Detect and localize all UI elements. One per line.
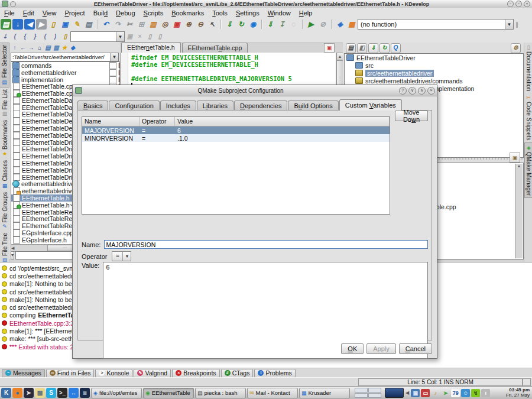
kdevelop-window-icon[interactable] <box>2 1 8 7</box>
tab-valgrind[interactable]: ✎ Valgrind <box>134 369 171 378</box>
menu-view[interactable]: View <box>38 9 61 17</box>
tool-tab-documentation[interactable]: ▯ Documentation <box>524 43 532 93</box>
close-button[interactable]: × <box>427 87 435 95</box>
home-icon[interactable]: ⌂ <box>35 44 44 52</box>
find-icon[interactable]: ◎ <box>160 19 170 30</box>
task-bash[interactable]: ▤ piecka : bash <box>195 388 246 398</box>
dialog-tab-basics[interactable]: Basics <box>77 100 108 111</box>
menu-project[interactable]: Project <box>60 9 89 17</box>
save-icon[interactable]: ▣ <box>60 19 70 30</box>
editor-tab-cpp[interactable]: EEthernetTable.cpp <box>182 43 248 53</box>
run-qmake-icon[interactable]: Q <box>391 43 401 53</box>
menu-tools[interactable]: Tools <box>208 9 232 17</box>
redo-icon[interactable]: ↷ <box>112 19 123 30</box>
display-tray-icon[interactable]: ▣ <box>411 389 420 397</box>
configure-wrench-icon[interactable]: ⚙ <box>511 43 521 53</box>
back-document-icon[interactable]: ▯ <box>145 33 154 41</box>
sync-folder-icon[interactable]: ◆ <box>69 44 77 52</box>
window-menu-icon[interactable] <box>10 1 16 7</box>
function-combo[interactable]: (no function) ▼ <box>358 19 514 30</box>
shade-button[interactable]: ∨ <box>408 87 416 95</box>
kmenu-icon[interactable]: K <box>1 388 11 398</box>
abort-icon[interactable]: ⊘ <box>317 19 328 30</box>
task-krusader[interactable]: ▦ Krusader <box>299 388 350 398</box>
forward-icon[interactable]: → <box>27 44 35 52</box>
desktop-preview[interactable] <box>385 388 404 398</box>
path-combo[interactable]: :TableDriver/src/eethernettabledriver/ ▼ <box>11 53 119 61</box>
terminal-icon[interactable]: >_ <box>57 388 67 398</box>
remote-desktop-icon[interactable]: ➤ <box>24 388 34 398</box>
volume-tray-icon[interactable]: ♪ <box>431 389 440 397</box>
stop-icon[interactable]: ◌ <box>288 19 299 30</box>
close-button[interactable]: × <box>524 1 530 7</box>
forward-icon[interactable]: ▶ <box>36 19 47 30</box>
session-combo[interactable]: ▼ <box>70 31 125 42</box>
show-desktop-icon[interactable]: ◀ <box>406 390 409 395</box>
help-button[interactable]: ? <box>399 87 407 95</box>
maximize-button[interactable]: ∧ <box>418 87 426 95</box>
tool-tab-file-selector[interactable]: File Selector ▤ <box>0 43 9 87</box>
maximize-button[interactable]: ▫ <box>515 1 522 7</box>
chevron-down-icon[interactable]: ▼ <box>116 32 124 41</box>
menu-bookmarks[interactable]: Bookmarks <box>167 9 208 17</box>
image-viewer-icon[interactable]: ▨ <box>35 388 45 398</box>
tool-tab-qmake-manager[interactable]: ◈ QMake Manager <box>524 142 532 198</box>
short-view-icon[interactable]: ▤ <box>44 44 52 52</box>
gimp-icon[interactable]: ◙ <box>80 388 90 398</box>
indent-icon[interactable]: ⇣ <box>1 33 9 41</box>
apply-button[interactable]: Apply <box>366 343 396 354</box>
file-item[interactable]: commands <box>11 62 108 69</box>
chevron-down-icon[interactable]: ▼ <box>110 53 118 61</box>
tab-breakpoints[interactable]: × Breakpoints <box>172 369 219 378</box>
chevron-down-icon[interactable]: ▼ <box>505 20 513 29</box>
file-item[interactable]: EInl <box>108 69 119 76</box>
copy-icon[interactable]: ⊞ <box>136 19 147 30</box>
firefox-icon[interactable]: ● <box>12 388 22 398</box>
download-icon[interactable]: ↓ <box>12 19 23 30</box>
back-icon[interactable]: ← <box>19 44 27 52</box>
file-item[interactable]: implementation <box>11 76 108 83</box>
dialog-tab-custom-variables[interactable]: Custom Variables <box>339 99 402 111</box>
tab-problems[interactable]: i Problems <box>254 369 295 378</box>
build-target-icon[interactable]: ⇓ <box>265 19 275 30</box>
quick-open-icon[interactable]: ▦ <box>346 19 357 30</box>
pager-cell[interactable] <box>368 393 381 398</box>
menu-build[interactable]: Build <box>89 9 112 17</box>
shade-button[interactable]: − <box>507 1 514 7</box>
tool-tab-bookmarks[interactable]: Bookmarks ★ <box>0 118 9 158</box>
tool-tab-classes[interactable]: Classes ▦ <box>0 158 9 190</box>
dialog-tab-dependencies[interactable]: Dependencies <box>234 100 287 111</box>
back-icon[interactable]: ◀ <box>24 19 35 30</box>
toolbar-handle[interactable]: ∥ <box>515 21 518 28</box>
rebuild-icon[interactable]: ↻ <box>379 43 390 53</box>
save-session-icon[interactable]: ▣ <box>125 33 134 41</box>
menu-scripts[interactable]: Scripts <box>140 9 168 17</box>
new-session-icon[interactable]: ▯ <box>61 33 70 41</box>
klipper-tray-icon[interactable]: ➤ <box>441 389 450 397</box>
code-navigation-icon[interactable]: ◈ <box>335 19 345 30</box>
up-icon[interactable]: ↑ <box>11 44 19 52</box>
menu-file[interactable]: File <box>0 9 19 17</box>
MINORVERSION[interactable]: MINORVERSION = .1.0 <box>82 134 390 142</box>
add-file-icon[interactable]: ▤ <box>346 43 356 53</box>
korganizer-tray-icon[interactable]: 79 <box>451 389 460 397</box>
table-header[interactable]: Name Operator Value <box>82 117 390 126</box>
dialog-tab-includes[interactable]: Includes <box>160 100 196 111</box>
undo-icon[interactable]: ↶ <box>100 19 111 30</box>
comment-icon[interactable]: ( <box>11 33 20 41</box>
build-project-icon[interactable]: ⇓ <box>224 19 235 30</box>
close-session-icon[interactable]: × <box>135 33 144 41</box>
details-vscrollbar[interactable]: ▲ <box>515 164 523 258</box>
cut-icon[interactable]: ✂ <box>124 19 135 30</box>
tab-konsole[interactable]: > Konsole <box>95 369 132 378</box>
tool-tab-file-tree[interactable]: File Tree ▤ <box>0 231 9 265</box>
tab-find-in-files[interactable]: ∞ Find in Files <box>46 369 95 378</box>
overview-icon[interactable]: ◧ <box>357 43 367 53</box>
pager-cell[interactable] <box>355 393 368 398</box>
build-file-icon[interactable]: ⇓ <box>368 43 378 53</box>
tree-subproject[interactable]: src/eethernettabledriver <box>345 69 523 77</box>
open-project-icon[interactable]: ▤ <box>1 19 11 30</box>
MAJORVERSION[interactable]: MAJORVERSION = 6 <box>82 126 390 134</box>
tab-messages[interactable]: ~ Messages <box>2 369 45 378</box>
menu-help[interactable]: Help <box>295 9 317 17</box>
